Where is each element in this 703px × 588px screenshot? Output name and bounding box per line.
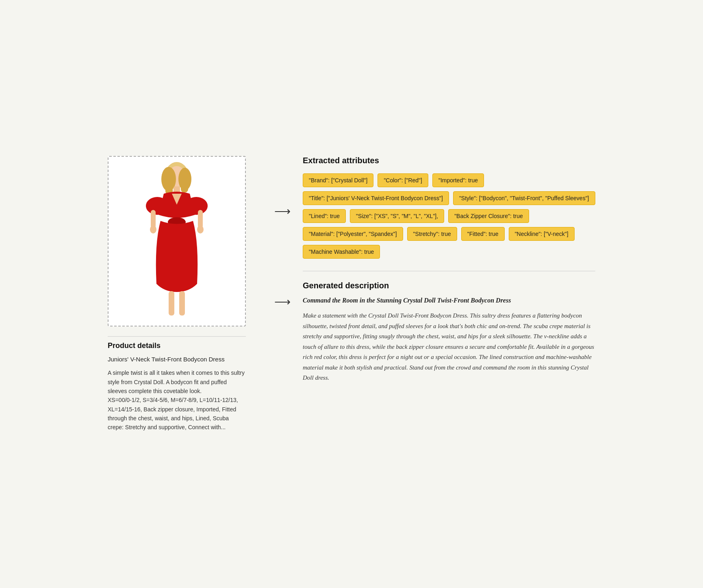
bottom-section-row: ⟶ Generated description Command the Room…: [270, 271, 595, 383]
left-column: Product details Juniors' V-Neck Twist-Fr…: [108, 156, 246, 432]
product-name: Juniors' V-Neck Twist-Front Bodycon Dres…: [108, 356, 246, 363]
product-description: A simple twist is all it takes when it c…: [108, 368, 246, 432]
product-image-box: [108, 156, 246, 326]
product-details-section: Product details Juniors' V-Neck Twist-Fr…: [108, 336, 246, 432]
attribute-tag: "Material": ["Polyester", "Spandex"]: [303, 227, 403, 241]
attribute-tag: "Back Zipper Closure": true: [448, 209, 529, 223]
attribute-tag: "Brand": ["Crystal Doll"]: [303, 173, 373, 187]
attribute-tag: "Style": ["Bodycon", "Twist-Front", "Puf…: [453, 191, 595, 205]
dress-illustration: [128, 162, 226, 320]
generated-description-body: Make a statement with the Crystal Doll T…: [303, 311, 595, 383]
arrow-2: ⟶: [274, 295, 291, 309]
attribute-tag: "Fitted": true: [461, 227, 505, 241]
attribute-tag: "Imported": true: [432, 173, 484, 187]
generated-description-section: Generated description Command the Room i…: [303, 271, 595, 383]
attribute-tag: "Color": ["Red"]: [378, 173, 428, 187]
svg-rect-5: [181, 174, 188, 192]
arrow-1: ⟶: [274, 205, 291, 218]
attribute-tag: "Size": ["XS", "S", "M", "L", "XL"],: [350, 209, 444, 223]
attributes-section: Extracted attributes "Brand": ["Crystal …: [303, 156, 595, 259]
attribute-tag: "Stretchy": true: [407, 227, 457, 241]
product-details-title: Product details: [108, 342, 246, 350]
svg-rect-11: [169, 291, 174, 316]
generated-description-headline: Command the Room in the Stunning Crystal…: [303, 297, 595, 304]
attributes-grid: "Brand": ["Crystal Doll"]"Color": ["Red"…: [303, 173, 595, 259]
svg-rect-4: [165, 174, 173, 195]
extracted-attributes-title: Extracted attributes: [303, 156, 595, 165]
top-section-row: ⟶ Extracted attributes "Brand": ["Crysta…: [270, 156, 595, 259]
svg-rect-12: [179, 291, 185, 316]
main-container: Product details Juniors' V-Neck Twist-Fr…: [108, 156, 595, 432]
attribute-tag: "Neckline": ["V-neck"]: [509, 227, 575, 241]
svg-point-15: [150, 225, 156, 233]
generated-description-title: Generated description: [303, 281, 595, 290]
svg-point-16: [197, 225, 204, 233]
attribute-tag: "Lined": true: [303, 209, 346, 223]
attribute-tag: "Title": ["Juniors' V-Neck Twist-Front B…: [303, 191, 449, 205]
attribute-tag: "Machine Washable": true: [303, 245, 380, 259]
